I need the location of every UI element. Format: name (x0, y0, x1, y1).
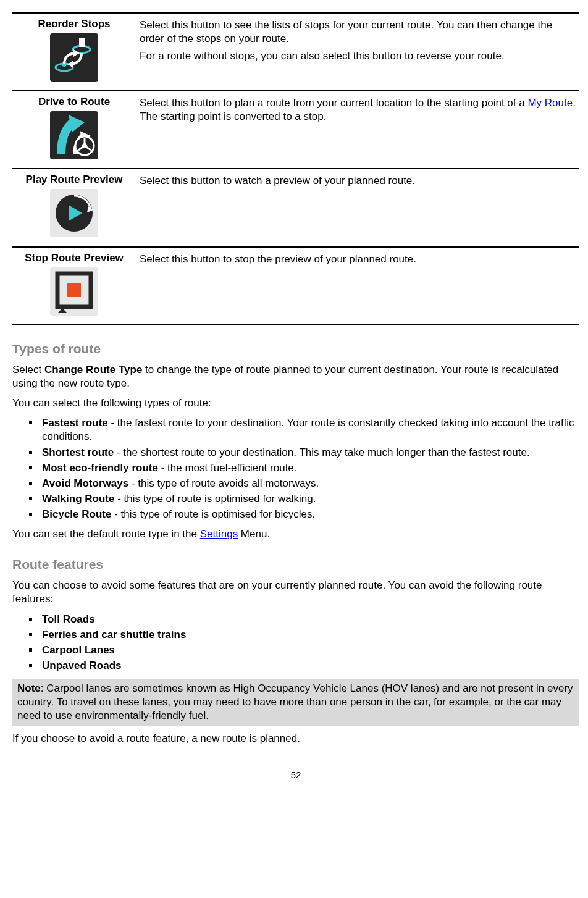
reorder-stops-icon (50, 33, 98, 82)
types-outro: You can set the default route type in th… (12, 527, 579, 541)
table-row-drive-to-route: Drive to Route Select this button to pla… (12, 90, 579, 168)
row-label-cell: Drive to Route (12, 95, 136, 163)
row-label-cell: Reorder Stops (12, 17, 136, 85)
list-item: Toll Roads (40, 613, 579, 626)
row-title: Play Route Preview (15, 173, 133, 187)
heading-types-of-route: Types of route (12, 340, 579, 357)
types-intro: Select Change Route Type to change the t… (12, 363, 579, 390)
row-desc: For a route without stops, you can also … (140, 49, 579, 63)
list-item: Carpool Lanes (40, 644, 579, 657)
stop-route-preview-icon (50, 267, 98, 316)
row-desc-cell: Select this button to watch a preview of… (136, 173, 579, 241)
svg-rect-4 (79, 38, 85, 47)
table-row-play-route-preview: Play Route Preview Select this button to… (12, 168, 579, 246)
list-item: Fastest route - the fastest route to you… (40, 416, 579, 443)
row-desc: Select this button to watch a preview of… (140, 174, 579, 188)
table-row-stop-route-preview: Stop Route Preview Select this button to… (12, 246, 579, 325)
row-desc-cell: Select this button to stop the preview o… (136, 251, 579, 319)
features-intro: You can choose to avoid some features th… (12, 579, 579, 606)
row-desc: Select this button to see the lists of s… (140, 19, 579, 46)
list-item: Most eco-friendly route - the most fuel-… (40, 461, 579, 475)
row-title: Drive to Route (15, 95, 133, 109)
route-types-list: Fastest route - the fastest route to you… (12, 416, 579, 521)
table-row-reorder-stops: Reorder Stops Select this button to see … (12, 12, 579, 90)
my-route-link[interactable]: My Route (527, 97, 573, 109)
list-item: Ferries and car shuttle trains (40, 628, 579, 642)
route-features-list: Toll Roads Ferries and car shuttle train… (12, 613, 579, 673)
settings-link[interactable]: Settings (200, 528, 238, 540)
list-item: Shortest route - the shortest route to y… (40, 446, 579, 459)
play-route-preview-icon (50, 189, 98, 237)
heading-route-features: Route features (12, 556, 579, 573)
list-item: Walking Route - this type of route is op… (40, 492, 579, 506)
svg-rect-21 (67, 283, 81, 297)
row-desc-cell: Select this button to see the lists of s… (136, 17, 579, 85)
row-desc: Select this button to stop the preview o… (140, 253, 579, 266)
row-desc-cell: Select this button to plan a route from … (136, 95, 579, 163)
row-label-cell: Stop Route Preview (12, 251, 136, 319)
list-item: Avoid Motorways - this type of route avo… (40, 477, 579, 490)
note-box: Note: Carpool lanes are sometimes known … (12, 679, 579, 726)
page-number: 52 (12, 769, 579, 781)
drive-to-route-icon (50, 111, 98, 159)
row-title: Stop Route Preview (15, 251, 133, 265)
svg-rect-0 (50, 33, 98, 82)
row-desc: Select this button to plan a route from … (140, 96, 579, 124)
list-item: Bicycle Route - this type of route is op… (40, 508, 579, 521)
row-title: Reorder Stops (15, 17, 133, 31)
features-outro: If you choose to avoid a route feature, … (12, 732, 579, 745)
list-item: Unpaved Roads (40, 659, 579, 673)
row-label-cell: Play Route Preview (12, 173, 136, 241)
types-select-text: You can select the following types of ro… (12, 397, 579, 410)
